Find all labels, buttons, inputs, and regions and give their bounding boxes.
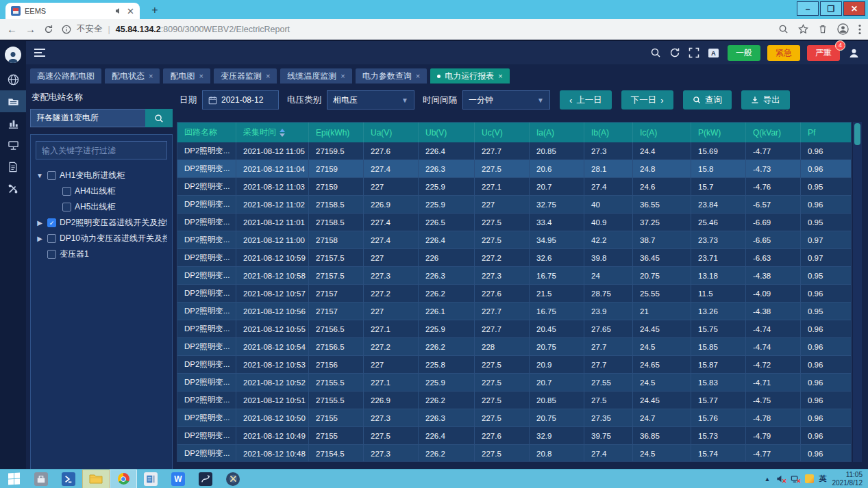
profile-avatar-icon[interactable] [837, 23, 849, 35]
reports-folder-icon[interactable] [0, 90, 26, 112]
language-indicator[interactable]: 英 [819, 474, 827, 484]
tab-close-icon[interactable]: ✕ [127, 6, 134, 16]
nav-tab[interactable]: 电力参数查询× [356, 68, 427, 84]
address-bar[interactable]: 不安全 | 45.84.134.2:8090/3000WEBV2/Electri… [62, 23, 770, 35]
browser-menu-icon[interactable] [858, 24, 861, 35]
monitor-device-icon[interactable] [0, 134, 26, 156]
document-report-icon[interactable] [0, 156, 26, 178]
zoom-icon[interactable] [778, 24, 789, 34]
nav-tab[interactable]: 配电图× [163, 68, 210, 84]
column-header[interactable]: Ib(A) [584, 123, 633, 142]
tab-close-icon[interactable]: × [149, 72, 153, 80]
fullscreen-icon[interactable] [689, 47, 699, 58]
new-tab-button[interactable]: + [147, 3, 163, 18]
chrome-icon[interactable] [110, 470, 137, 488]
column-header[interactable]: 采集时间 [236, 123, 309, 142]
hidden-icons-arrow[interactable]: ▲ [765, 476, 771, 483]
curve-app-icon[interactable] [192, 470, 219, 488]
menu-toggle-icon[interactable] [34, 49, 45, 57]
column-header[interactable]: Ia(A) [530, 123, 584, 142]
trash-icon[interactable] [818, 24, 828, 34]
station-name-input[interactable]: 拜各隧道1变电所 [30, 109, 145, 127]
table-row[interactable]: DP2照明变...2021-08-12 10:5827157.5227.3226… [177, 267, 851, 285]
refresh-icon[interactable] [669, 47, 680, 58]
table-row[interactable]: DP2照明变...2021-08-12 10:5727157227.2226.2… [177, 285, 851, 303]
tab-audio-icon[interactable] [114, 7, 123, 15]
globe-icon[interactable] [0, 68, 26, 90]
table-row[interactable]: DP2照明变...2021-08-12 11:0027158227.4226.4… [177, 231, 851, 249]
alarm-badge[interactable]: 严重4 [807, 45, 840, 61]
reload-icon[interactable] [44, 25, 53, 34]
table-row[interactable]: DP2照明变...2021-08-12 11:0427159227.4226.3… [177, 160, 851, 178]
user-icon[interactable] [848, 47, 860, 59]
tree-item[interactable]: AH4出线柜 [36, 183, 167, 199]
table-row[interactable]: DP2照明变...2021-08-12 10:5127155.5226.9226… [177, 391, 851, 409]
station-search-button[interactable] [145, 109, 173, 127]
tree-checkbox[interactable] [47, 250, 56, 259]
nav-tab[interactable]: 线缆温度监测× [280, 68, 351, 84]
tools-icon[interactable] [0, 178, 26, 200]
table-row[interactable]: DP2照明变...2021-08-12 10:5327156227225.822… [177, 356, 851, 374]
info-icon[interactable] [62, 25, 71, 34]
interval-select[interactable]: 一分钟 ▼ [462, 90, 550, 110]
tree-item[interactable]: 变压器1 [36, 246, 167, 262]
back-icon[interactable]: ← [7, 23, 17, 35]
table-row[interactable]: DP2照明变...2021-08-12 11:0227158.5226.9225… [177, 196, 851, 214]
expander-right-icon[interactable]: ▶ [36, 219, 44, 227]
tree-checkbox[interactable]: ✓ [47, 218, 56, 227]
tab-close-icon[interactable]: × [498, 72, 502, 80]
server-manager-icon[interactable] [27, 470, 55, 488]
powershell-icon[interactable] [55, 470, 82, 488]
table-row[interactable]: DP2照明变...2021-08-12 10:5427156.5227.2226… [177, 338, 851, 356]
table-row[interactable]: DP2照明变...2021-08-12 11:0327159227225.922… [177, 178, 851, 196]
nav-tab[interactable]: 变压器监测× [214, 68, 277, 84]
tab-close-icon[interactable]: × [340, 72, 345, 80]
query-button[interactable]: 查询 [683, 90, 732, 110]
minimize-button[interactable]: – [797, 1, 819, 16]
close-button[interactable]: ✕ [843, 1, 865, 16]
table-row[interactable]: DP2照明变...2021-08-12 10:5627157227226.122… [177, 303, 851, 320]
maximize-button[interactable]: ❐ [820, 1, 842, 16]
date-input[interactable]: 2021-08-12 [202, 90, 279, 110]
network-disconnected-icon[interactable]: ✕ [791, 474, 799, 483]
sort-icon[interactable] [280, 129, 285, 137]
monitor-app-icon[interactable] [137, 470, 164, 488]
table-scrollbar[interactable] [853, 122, 862, 462]
column-header[interactable]: Ic(A) [633, 123, 691, 142]
bookmark-star-icon[interactable] [798, 24, 808, 34]
column-header[interactable]: Epi(kWh) [309, 123, 364, 142]
browser-tab[interactable]: EEMS ✕ [5, 3, 140, 19]
expander-down-icon[interactable]: ▼ [36, 172, 44, 179]
tree-checkbox[interactable] [62, 187, 71, 196]
search-icon[interactable] [650, 47, 661, 58]
column-header[interactable]: P(kW) [691, 123, 746, 142]
nav-tab[interactable]: 电力运行报表× [430, 68, 509, 84]
translate-icon[interactable]: A [708, 48, 719, 58]
table-row[interactable]: DP2照明变...2021-08-12 10:5527156.5227.1225… [177, 320, 851, 338]
export-button[interactable]: 导出 [741, 90, 790, 110]
tab-close-icon[interactable]: × [416, 72, 420, 80]
forward-icon[interactable]: → [25, 23, 36, 35]
volume-muted-icon[interactable]: ✕ [776, 474, 785, 483]
globe-tools-app-icon[interactable] [219, 470, 247, 488]
file-explorer-icon[interactable] [82, 470, 110, 488]
tree-checkbox[interactable] [47, 171, 56, 180]
next-day-button[interactable]: 下一日› [621, 90, 673, 110]
voltage-type-select[interactable]: 相电压 ▼ [327, 90, 414, 110]
ime-icon[interactable] [805, 474, 814, 483]
nav-tab[interactable]: 高速公路配电图 [30, 68, 101, 84]
taskbar-clock[interactable]: 11:05 2021/8/12 [832, 471, 863, 487]
tree-item[interactable]: ▶✓DP2照明变压器进线开关及控制室 [36, 215, 167, 231]
scrollbar-thumb[interactable] [854, 123, 860, 145]
table-row[interactable]: DP2照明变...2021-08-12 11:0527159.5227.6226… [177, 142, 851, 160]
prev-day-button[interactable]: ‹上一日 [560, 90, 612, 110]
column-header[interactable]: 回路名称 [177, 123, 236, 142]
tree-filter-input[interactable] [36, 141, 167, 159]
table-row[interactable]: DP2照明变...2021-08-12 10:4827154.5227.3226… [177, 445, 851, 462]
column-header[interactable]: Uc(V) [475, 123, 530, 142]
column-header[interactable]: Q(kVar) [746, 123, 801, 142]
wps-app-icon[interactable]: W [164, 470, 192, 488]
start-button[interactable] [0, 470, 27, 488]
tree-checkbox[interactable] [47, 234, 56, 243]
table-row[interactable]: DP2照明变...2021-08-12 10:5927157.522722622… [177, 249, 851, 267]
